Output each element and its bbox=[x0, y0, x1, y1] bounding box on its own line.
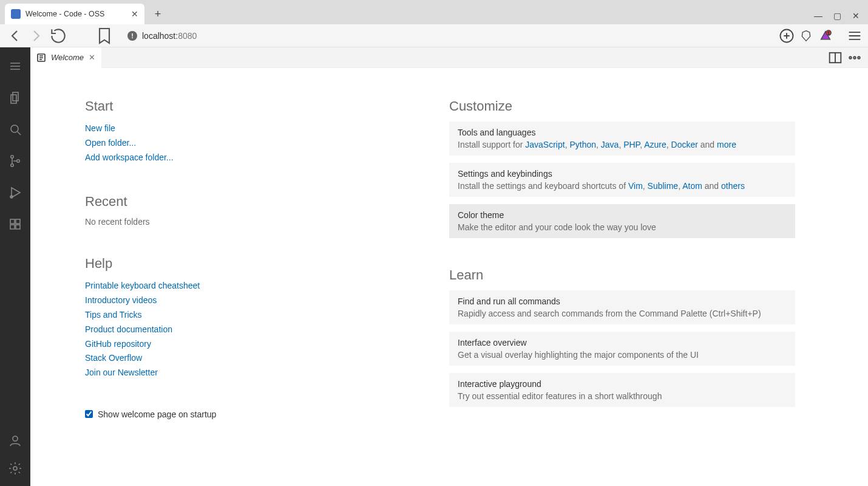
run-debug-icon[interactable] bbox=[0, 179, 30, 207]
lang-more[interactable]: more bbox=[717, 140, 736, 149]
lang-java[interactable]: Java bbox=[601, 140, 619, 149]
favicon-icon bbox=[11, 9, 21, 19]
svg-point-3 bbox=[11, 125, 18, 132]
more-actions-icon[interactable] bbox=[846, 49, 863, 66]
brave-rewards-icon[interactable]: 1 bbox=[817, 27, 834, 44]
svg-rect-8 bbox=[10, 219, 15, 224]
svg-point-6 bbox=[17, 160, 19, 162]
reload-button[interactable] bbox=[49, 26, 68, 46]
browser-tab-title: Welcome - Code - OSS bbox=[25, 10, 104, 18]
new-file-link[interactable]: New file bbox=[85, 122, 401, 136]
close-window-icon[interactable]: ✕ bbox=[852, 11, 860, 21]
start-section: Start New file Open folder... Add worksp… bbox=[85, 98, 401, 165]
address-host: localhost: bbox=[142, 31, 178, 41]
search-icon[interactable] bbox=[0, 115, 30, 143]
help-link-newsletter[interactable]: Join our Newsletter bbox=[85, 366, 401, 380]
color-theme-card[interactable]: Color theme Make the editor and your cod… bbox=[449, 204, 795, 238]
find-commands-card[interactable]: Find and run all commands Rapidly access… bbox=[449, 290, 795, 324]
help-link-tips[interactable]: Tips and Tricks bbox=[85, 308, 401, 323]
extensions-icon[interactable] bbox=[0, 210, 30, 238]
theme-desc: Make the editor and your code look the w… bbox=[458, 222, 787, 232]
back-button[interactable] bbox=[5, 26, 24, 46]
explorer-icon[interactable] bbox=[0, 84, 30, 112]
svg-point-18 bbox=[858, 56, 860, 59]
keymap-vim[interactable]: Vim bbox=[628, 181, 643, 191]
source-control-icon[interactable] bbox=[0, 147, 30, 175]
accounts-icon[interactable] bbox=[0, 426, 30, 454]
svg-rect-11 bbox=[16, 219, 20, 224]
address-port: 8080 bbox=[178, 31, 197, 41]
svg-point-16 bbox=[849, 56, 852, 59]
help-link-github[interactable]: GitHub repository bbox=[85, 337, 401, 352]
svg-rect-10 bbox=[16, 225, 20, 229]
theme-title: Color theme bbox=[458, 210, 787, 220]
app-menu-button[interactable] bbox=[0, 52, 30, 80]
open-folder-link[interactable]: Open folder... bbox=[85, 136, 401, 151]
forward-button[interactable] bbox=[27, 26, 46, 46]
playground-desc: Try out essential editor features in a s… bbox=[458, 391, 787, 401]
activity-bar-bottom bbox=[0, 426, 30, 486]
interface-overview-card[interactable]: Interface overview Get a visual overlay … bbox=[449, 332, 795, 366]
tools-desc: Install support for JavaScript, Python, … bbox=[458, 140, 787, 149]
help-link-cheatsheet[interactable]: Printable keyboard cheatsheet bbox=[85, 279, 401, 293]
overview-title: Interface overview bbox=[458, 338, 787, 347]
customize-section: Customize Tools and languages Install su… bbox=[449, 98, 795, 238]
svg-point-5 bbox=[11, 164, 13, 166]
keymap-atom[interactable]: Atom bbox=[682, 181, 702, 191]
svg-text:1: 1 bbox=[827, 30, 830, 35]
editor-tab-close-icon[interactable]: ✕ bbox=[89, 53, 95, 62]
help-heading: Help bbox=[85, 256, 401, 272]
help-section: Help Printable keyboard cheatsheet Intro… bbox=[85, 256, 401, 380]
settings-title: Settings and keybindings bbox=[458, 169, 787, 179]
add-workspace-folder-link[interactable]: Add workspace folder... bbox=[85, 151, 401, 165]
editor-tab-welcome[interactable]: Welcome ✕ bbox=[30, 47, 101, 68]
recent-empty: No recent folders bbox=[85, 217, 401, 227]
tools-languages-card[interactable]: Tools and languages Install support for … bbox=[449, 122, 795, 156]
welcome-tab-icon bbox=[36, 53, 46, 63]
help-link-videos[interactable]: Introductory videos bbox=[85, 293, 401, 308]
close-tab-icon[interactable]: ✕ bbox=[131, 9, 138, 19]
maximize-icon[interactable]: ▢ bbox=[833, 11, 841, 21]
settings-keybindings-card[interactable]: Settings and keybindings Install the set… bbox=[449, 163, 795, 197]
split-editor-icon[interactable] bbox=[827, 49, 844, 66]
start-heading: Start bbox=[85, 98, 401, 114]
browser-tab[interactable]: Welcome - Code - OSS ✕ bbox=[5, 4, 144, 24]
show-welcome-startup[interactable]: Show welcome page on startup bbox=[85, 409, 401, 419]
window-controls: — ▢ ✕ bbox=[814, 11, 868, 24]
lang-php[interactable]: PHP bbox=[623, 140, 640, 149]
lang-js[interactable]: JavaScript bbox=[525, 140, 565, 149]
lang-docker[interactable]: Docker bbox=[671, 140, 698, 149]
interactive-playground-card[interactable]: Interactive playground Try out essential… bbox=[449, 373, 795, 407]
welcome-page: Start New file Open folder... Add worksp… bbox=[30, 68, 868, 486]
site-info-icon[interactable]: ! bbox=[127, 31, 137, 41]
recent-section: Recent No recent folders bbox=[85, 194, 401, 227]
customize-heading: Customize bbox=[449, 98, 795, 114]
editor-area: Welcome ✕ Start New file Open folder... … bbox=[30, 47, 868, 486]
show-welcome-checkbox[interactable] bbox=[85, 410, 93, 418]
add-bookmark-icon[interactable] bbox=[778, 27, 795, 44]
overview-desc: Get a visual overlay highlighting the ma… bbox=[458, 350, 787, 360]
editor-tabbar: Welcome ✕ bbox=[30, 47, 868, 68]
settings-gear-icon[interactable] bbox=[0, 454, 30, 482]
browser-menu-button[interactable] bbox=[846, 27, 863, 44]
help-link-stackoverflow[interactable]: Stack Overflow bbox=[85, 351, 401, 366]
brave-shields-icon[interactable] bbox=[798, 27, 815, 44]
help-link-docs[interactable]: Product documentation bbox=[85, 323, 401, 337]
settings-desc: Install the settings and keyboard shortc… bbox=[458, 181, 787, 191]
cmd-desc: Rapidly access and search commands from … bbox=[458, 309, 787, 318]
svg-point-17 bbox=[853, 56, 856, 59]
svg-point-4 bbox=[11, 156, 13, 158]
svg-point-13 bbox=[13, 467, 17, 470]
address-bar[interactable]: ! localhost:8080 bbox=[123, 27, 770, 45]
playground-title: Interactive playground bbox=[458, 379, 787, 389]
app-frame: Welcome ✕ Start New file Open folder... … bbox=[0, 47, 868, 486]
svg-point-12 bbox=[13, 436, 18, 441]
minimize-icon[interactable]: — bbox=[814, 11, 822, 21]
lang-azure[interactable]: Azure bbox=[644, 140, 666, 149]
keymap-sublime[interactable]: Sublime bbox=[648, 181, 679, 191]
bookmark-button[interactable] bbox=[95, 26, 114, 46]
keymap-others[interactable]: others bbox=[721, 181, 745, 191]
lang-python[interactable]: Python bbox=[569, 140, 596, 149]
new-tab-button[interactable]: + bbox=[149, 5, 166, 22]
svg-rect-9 bbox=[10, 225, 15, 229]
